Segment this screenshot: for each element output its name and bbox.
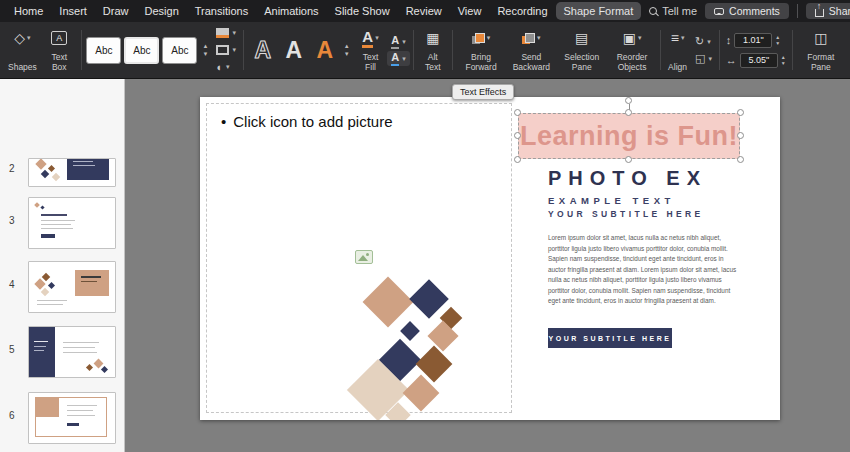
rotate-icon: ↻ (695, 36, 704, 47)
tab-recording[interactable]: Recording (489, 2, 555, 20)
tab-design[interactable]: Design (137, 2, 187, 20)
shape-effects-button[interactable]: ◐▾ (212, 60, 240, 75)
tab-draw[interactable]: Draw (95, 2, 137, 20)
current-slide[interactable]: • Click icon to add picture (200, 97, 780, 420)
thumbnail-slide-4[interactable] (28, 261, 116, 313)
ribbon-separator (243, 30, 244, 70)
group-objects-button[interactable]: ◱▾ (691, 51, 716, 66)
selection-handle[interactable] (514, 109, 521, 116)
height-step-up-icon[interactable]: ▲ (775, 35, 780, 40)
format-pane-button[interactable]: ◫ Format Pane (796, 25, 846, 75)
share-label: Share (829, 5, 850, 17)
text-fill-icon: A (362, 29, 373, 48)
shape-width-input[interactable] (740, 53, 778, 68)
shape-style-preview-1[interactable]: Abc (86, 37, 121, 64)
caret-down-icon: ▾ (375, 34, 379, 42)
thumbnail-preview (29, 158, 115, 187)
thumbnail-slide-6[interactable] (28, 392, 116, 444)
text-effects-button[interactable]: A▾ (387, 51, 409, 66)
bring-forward-button[interactable]: ▾ Bring Forward (456, 25, 506, 75)
thumbnail-preview (29, 393, 115, 441)
title-textbox[interactable]: Learning is Fun! (518, 113, 740, 159)
shapes-icon: ◇ (14, 31, 25, 45)
shape-fill-button[interactable]: ▾ (212, 26, 240, 41)
selection-handle[interactable] (514, 156, 521, 163)
wordart-preview-2[interactable]: A (280, 39, 308, 62)
slide-title-text[interactable]: Learning is Fun! (520, 121, 738, 152)
height-step-down-icon[interactable]: ▼ (775, 41, 780, 46)
text-box-icon: A (51, 31, 67, 45)
wordart-preview-3[interactable]: A (311, 39, 339, 62)
comments-button[interactable]: Comments (705, 3, 789, 19)
share-button[interactable]: Share (806, 3, 850, 19)
gallery-down-icon[interactable]: ▼ (344, 51, 350, 57)
selection-handle[interactable] (737, 156, 744, 163)
text-box-label: Text Box (45, 53, 74, 73)
slide-body-text[interactable]: Lorem ipsum dolor sit amet, lacus nulla … (548, 233, 743, 307)
bring-forward-icon (472, 33, 485, 44)
text-fill-button[interactable]: A▾ Text Fill (354, 25, 387, 75)
selection-handle[interactable] (625, 156, 632, 163)
caret-down-icon: ▾ (707, 38, 711, 46)
menubar-divider (797, 4, 798, 18)
slide-number: 6 (9, 410, 15, 421)
tab-insert[interactable]: Insert (51, 2, 95, 20)
tab-animations[interactable]: Animations (256, 2, 326, 20)
slide-heading[interactable]: PHOTO EX (548, 167, 707, 190)
alt-text-button[interactable]: ▦ Alt Text (417, 25, 449, 75)
caret-down-icon: ▾ (487, 34, 491, 42)
tab-shape-format[interactable]: Shape Format (556, 2, 642, 20)
caret-down-icon: ▾ (708, 55, 712, 63)
send-backward-icon (522, 33, 535, 44)
selection-pane-button[interactable]: ▤ Selection Pane (557, 25, 607, 75)
slide-subtitle-1[interactable]: EXAMPLE TEXT (548, 195, 675, 206)
align-button[interactable]: ≡▾ Align (664, 25, 691, 75)
tab-view[interactable]: View (450, 2, 490, 20)
reorder-objects-icon: ▣ (623, 31, 636, 45)
align-label: Align (668, 63, 687, 73)
rotate-button[interactable]: ↻▾ (691, 34, 716, 49)
tab-slide-show[interactable]: Slide Show (327, 2, 398, 20)
tab-home[interactable]: Home (6, 2, 51, 20)
gallery-down-icon[interactable]: ▼ (202, 51, 208, 57)
text-outline-button[interactable]: A▾ (387, 34, 409, 49)
thumbnail-slide-3[interactable] (28, 197, 116, 249)
thumbnail-slide-5[interactable] (28, 326, 116, 378)
rotation-handle[interactable] (625, 97, 632, 104)
caret-down-icon: ▾ (638, 34, 642, 42)
powerpoint-window: { "colors": { "accent": "#e8883a", "navy… (0, 0, 850, 452)
selection-handle[interactable] (737, 132, 744, 139)
size-group: ↕ ▲ ▼ ↔ ▲ ▼ (723, 25, 789, 75)
thumbnail-preview (29, 327, 115, 375)
insert-picture-icon[interactable] (355, 250, 373, 264)
selection-handle[interactable] (737, 109, 744, 116)
shape-style-preview-2[interactable]: Abc (124, 37, 159, 64)
bring-forward-label: Bring Forward (460, 53, 502, 73)
caret-down-icon: ▾ (402, 55, 406, 63)
shapes-label: Shapes (8, 63, 37, 73)
width-step-down-icon[interactable]: ▼ (781, 61, 786, 66)
shapes-button[interactable]: ◇▾ Shapes (4, 25, 41, 75)
selection-handle[interactable] (514, 132, 521, 139)
picture-placeholder[interactable]: • Click icon to add picture (206, 103, 512, 413)
comments-label: Comments (729, 5, 780, 17)
tab-transitions[interactable]: Transitions (187, 2, 256, 20)
tab-review[interactable]: Review (398, 2, 450, 20)
shape-outline-button[interactable]: ▾ (212, 43, 240, 58)
text-box-button[interactable]: A Text Box (41, 25, 78, 75)
text-outline-icon: A (391, 35, 399, 49)
tell-me-button[interactable]: Tell me (641, 5, 705, 17)
selection-handle[interactable] (625, 109, 632, 116)
shape-height-input[interactable] (734, 33, 772, 48)
slide-subtitle-button[interactable]: YOUR SUBTITLE HERE (548, 328, 672, 348)
gallery-up-icon[interactable]: ▲ (202, 43, 208, 49)
shape-style-preview-3[interactable]: Abc (162, 37, 197, 64)
send-backward-button[interactable]: ▾ Send Backward (506, 25, 556, 75)
gallery-up-icon[interactable]: ▲ (344, 43, 350, 49)
thumbnail-slide-2[interactable] (28, 158, 116, 187)
slide-subtitle-2[interactable]: YOUR SUBTITLE HERE (548, 209, 704, 219)
wordart-preview-1[interactable]: A (249, 39, 277, 62)
reorder-objects-button[interactable]: ▣▾ Reorder Objects (607, 25, 657, 75)
width-step-up-icon[interactable]: ▲ (781, 55, 786, 60)
caret-down-icon: ▾ (232, 29, 236, 37)
